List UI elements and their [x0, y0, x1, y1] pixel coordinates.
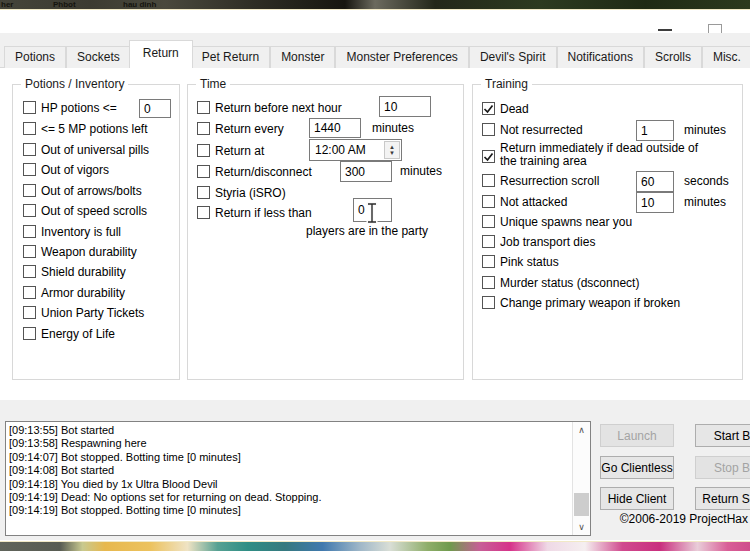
resurrection-scroll-unit-label: seconds — [684, 174, 729, 188]
tab-return[interactable]: Return — [129, 40, 193, 68]
murder-status-dsconnect-checkbox[interactable] — [482, 276, 495, 289]
5-mp-potions-left-checkbox[interactable] — [23, 122, 36, 135]
union-party-tickets-label: Union Party Tickets — [41, 306, 144, 320]
armor-durability-label: Armor durability — [41, 286, 125, 300]
return-before-next-hour-label: Return before next hour — [215, 101, 342, 115]
not-resurrected-unit-label: minutes — [684, 123, 726, 137]
out-of-universal-pills-label: Out of universal pills — [41, 143, 149, 157]
tab-devil-s-spirit[interactable]: Devil's Spirit — [469, 46, 557, 68]
not-resurrected-checkbox[interactable] — [482, 123, 495, 136]
weapon-durability-checkbox[interactable] — [23, 245, 36, 258]
return-at-value: 12:00 AM — [315, 140, 366, 160]
shield-durability-label: Shield durability — [41, 265, 126, 279]
tab-monster[interactable]: Monster — [270, 46, 335, 68]
minimize-icon — [658, 29, 672, 31]
out-of-arrows-bolts-checkbox[interactable] — [23, 184, 36, 197]
return-at-label: Return at — [215, 144, 264, 158]
chevron-up-icon: ∧ — [578, 425, 585, 435]
return-every-unit-label: minutes — [372, 121, 414, 135]
log-line: [09:13:58] Respawning here — [9, 437, 570, 450]
return-before-next-hour-checkbox[interactable] — [197, 101, 210, 114]
log-output[interactable]: [09:13:55] Bot started[09:13:58] Respawn… — [5, 421, 591, 536]
tab-bar: PotionsSocketsReturnPet ReturnMonsterMon… — [4, 40, 750, 68]
log-line: [09:13:55] Bot started — [9, 424, 570, 437]
return-disconnect-checkbox[interactable] — [197, 165, 210, 178]
log-scrollbar[interactable]: ∧ ∨ — [572, 422, 590, 535]
log-line: [09:14:19] Dead: No options set for retu… — [9, 491, 570, 504]
tab-monster-preferences[interactable]: Monster Preferences — [335, 46, 468, 68]
tab-notifications[interactable]: Notifications — [557, 46, 644, 68]
hp-potions-input[interactable]: 0 — [139, 99, 171, 118]
return-before-next-hour-input[interactable]: 10 — [379, 96, 431, 117]
scrollbar-thumb[interactable] — [574, 493, 589, 516]
change-primary-weapon-if-broken-label: Change primary weapon if broken — [500, 296, 680, 310]
union-party-tickets-checkbox[interactable] — [23, 306, 36, 319]
out-of-speed-scrolls-checkbox[interactable] — [23, 204, 36, 217]
desktop-background-strip — [0, 541, 750, 551]
not-resurrected-input[interactable]: 1 — [636, 120, 674, 141]
murder-status-dsconnect-label: Murder status (dsconnect) — [500, 276, 639, 290]
tab-potions[interactable]: Potions — [4, 46, 66, 68]
tab-sockets[interactable]: Sockets — [66, 46, 131, 68]
spinner-down-icon[interactable]: ▼ — [389, 150, 395, 156]
hp-potions-label: HP potions <= — [41, 101, 117, 115]
out-of-vigors-checkbox[interactable] — [23, 163, 36, 176]
return-disconnect-input[interactable]: 300 — [340, 161, 392, 182]
return-every-checkbox[interactable] — [197, 122, 210, 135]
return-immediately-if-dead-outside-of-the-training-area-checkbox[interactable] — [482, 150, 495, 163]
group-training: TrainingDeadNot resurrected1minutesRetur… — [472, 84, 743, 380]
pink-status-label: Pink status — [500, 255, 559, 269]
return-at-checkbox[interactable] — [197, 144, 210, 157]
unique-spawns-near-you-label: Unique spawns near you — [500, 215, 632, 229]
go-clientless-button[interactable]: Go Clientless — [600, 456, 674, 479]
log-line: [09:14:07] Bot stopped. Botting time [0 … — [9, 451, 570, 464]
group-potions: Potions / InventoryHP potions <=0<= 5 MP… — [12, 84, 180, 380]
background-window-title: hau dinh — [123, 0, 156, 9]
scroll-down-button[interactable]: ∨ — [573, 519, 590, 535]
out-of-universal-pills-checkbox[interactable] — [23, 143, 36, 156]
titlebar[interactable] — [0, 10, 750, 33]
log-line: [09:14:19] Bot stopped. Botting time [0 … — [9, 504, 570, 517]
stop-bot-button[interactable]: Stop Bot — [695, 456, 750, 479]
return-at-time-select[interactable]: 12:00 AM▲▼ — [309, 139, 402, 161]
not-attacked-input[interactable]: 10 — [636, 192, 674, 213]
pink-status-checkbox[interactable] — [482, 255, 495, 268]
armor-durability-checkbox[interactable] — [23, 286, 36, 299]
change-primary-weapon-if-broken-checkbox[interactable] — [482, 296, 495, 309]
resurrection-scroll-checkbox[interactable] — [482, 174, 495, 187]
hide-client-button[interactable]: Hide Client — [600, 487, 674, 510]
dead-checkbox[interactable] — [482, 102, 495, 115]
background-window-title: Phbot — [53, 0, 76, 9]
return-if-less-than-checkbox[interactable] — [197, 206, 210, 219]
out-of-arrows-bolts-label: Out of arrows/bolts — [41, 184, 142, 198]
group-time-title: Time — [196, 77, 230, 91]
group-time: TimeReturn before next hour10Return ever… — [187, 84, 464, 380]
background-taskbar-strip: her Phbot hau dinh — [0, 0, 750, 10]
background-window-title: her — [1, 0, 13, 9]
return-scroll-button[interactable]: Return Scroll — [695, 487, 750, 510]
not-attacked-unit-label: minutes — [684, 195, 726, 209]
start-bot-button[interactable]: Start Bot — [695, 424, 750, 447]
inventory-is-full-label: Inventory is full — [41, 225, 121, 239]
not-resurrected-label: Not resurrected — [500, 123, 583, 137]
tab-pet-return[interactable]: Pet Return — [191, 46, 270, 68]
resurrection-scroll-input[interactable]: 60 — [636, 171, 674, 192]
job-transport-dies-checkbox[interactable] — [482, 235, 495, 248]
tab-scrolls[interactable]: Scrolls — [644, 46, 702, 68]
chevron-down-icon: ∨ — [578, 522, 585, 532]
log-line: [09:14:18] You died by 1x Ultra Blood De… — [9, 478, 570, 491]
tab-misc[interactable]: Misc. — [702, 46, 750, 68]
not-attacked-checkbox[interactable] — [482, 195, 495, 208]
unique-spawns-near-you-checkbox[interactable] — [482, 215, 495, 228]
return-if-less-than-label: Return if less than — [215, 206, 312, 220]
styria-isro-checkbox[interactable] — [197, 186, 210, 199]
return-every-input[interactable]: 1440 — [309, 118, 361, 138]
scroll-up-button[interactable]: ∧ — [573, 422, 590, 438]
return-at-spinner[interactable]: ▲▼ — [384, 141, 400, 159]
launch-button[interactable]: Launch — [600, 424, 674, 447]
not-attacked-label: Not attacked — [500, 195, 567, 209]
shield-durability-checkbox[interactable] — [23, 265, 36, 278]
energy-of-life-checkbox[interactable] — [23, 327, 36, 340]
inventory-is-full-checkbox[interactable] — [23, 225, 36, 238]
hp-potions-checkbox[interactable] — [23, 101, 36, 114]
